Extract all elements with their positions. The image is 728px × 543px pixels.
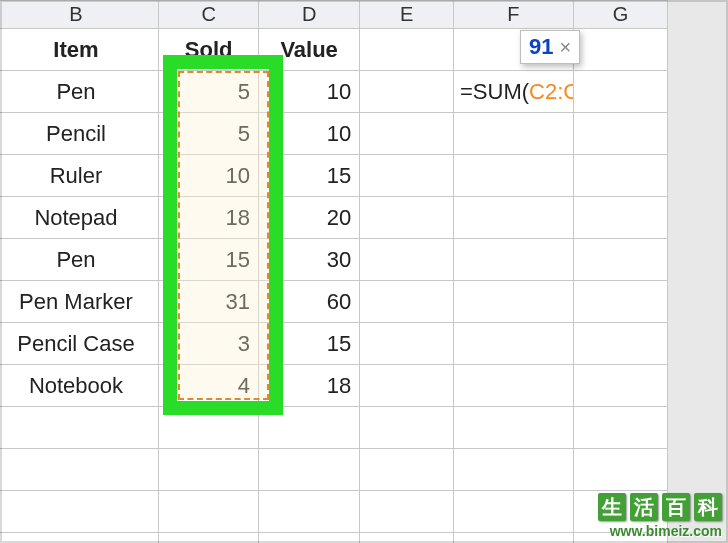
cell-C3[interactable]: 5	[159, 113, 259, 155]
cell-F5[interactable]	[453, 197, 573, 239]
cell-B12[interactable]	[0, 491, 159, 533]
cell-D9[interactable]: 18	[259, 365, 360, 407]
cell-B10[interactable]	[0, 407, 159, 449]
cell-F9[interactable]	[453, 365, 573, 407]
cell-G11[interactable]	[573, 449, 667, 491]
formula-edit-box[interactable]: =SUM(C2:C9	[453, 71, 573, 113]
cell-F11[interactable]	[453, 449, 573, 491]
col-header-B[interactable]: B	[0, 1, 159, 29]
formula-prefix: =SUM(	[460, 79, 529, 105]
formula-result-tooltip: 91 ×	[520, 30, 580, 64]
cell-C1[interactable]: Sold	[159, 29, 259, 71]
cell-E3[interactable]	[360, 113, 454, 155]
tooltip-value: 91	[529, 34, 553, 60]
cell-G1[interactable]	[573, 29, 667, 71]
cell-D3[interactable]: 10	[259, 113, 360, 155]
cell-E5[interactable]	[360, 197, 454, 239]
cell-E13[interactable]	[360, 533, 454, 544]
cell-G6[interactable]	[573, 239, 667, 281]
cell-G5[interactable]	[573, 197, 667, 239]
cell-C2[interactable]: 5	[159, 71, 259, 113]
cell-B3[interactable]: Pencil	[0, 113, 159, 155]
col-header-F[interactable]: F	[453, 1, 573, 29]
cell-B6[interactable]: Pen	[0, 239, 159, 281]
cell-E12[interactable]	[360, 491, 454, 533]
cell-C11[interactable]	[159, 449, 259, 491]
cell-F2[interactable]: =SUM(C2:C9	[453, 71, 573, 113]
cell-B5[interactable]: Notepad	[0, 197, 159, 239]
cell-F3[interactable]	[453, 113, 573, 155]
spreadsheet-grid[interactable]: B C D E F G Item Sold Value Pen 5 10 =SU…	[0, 0, 668, 543]
cell-B13[interactable]	[0, 533, 159, 544]
cell-D13[interactable]	[259, 533, 360, 544]
cell-D10[interactable]	[259, 407, 360, 449]
cell-E6[interactable]	[360, 239, 454, 281]
col-header-G[interactable]: G	[573, 1, 667, 29]
cell-E11[interactable]	[360, 449, 454, 491]
cell-G2[interactable]	[573, 71, 667, 113]
cell-B8[interactable]: Pencil Case	[0, 323, 159, 365]
cell-C8[interactable]: 3	[159, 323, 259, 365]
cell-G8[interactable]	[573, 323, 667, 365]
cell-E8[interactable]	[360, 323, 454, 365]
formula-reference: C2:C9	[529, 79, 573, 105]
cell-F10[interactable]	[453, 407, 573, 449]
cell-G4[interactable]	[573, 155, 667, 197]
cell-G12[interactable]	[573, 491, 667, 533]
cell-B11[interactable]	[0, 449, 159, 491]
cell-D11[interactable]	[259, 449, 360, 491]
cell-F13[interactable]	[453, 533, 573, 544]
cell-B7[interactable]: Pen Marker	[0, 281, 159, 323]
cell-E1[interactable]	[360, 29, 454, 71]
cell-G10[interactable]	[573, 407, 667, 449]
cell-D6[interactable]: 30	[259, 239, 360, 281]
cell-C5[interactable]: 18	[159, 197, 259, 239]
cell-C9[interactable]: 4	[159, 365, 259, 407]
cell-F7[interactable]	[453, 281, 573, 323]
cell-B9[interactable]: Notebook	[0, 365, 159, 407]
col-header-D[interactable]: D	[259, 1, 360, 29]
col-header-C[interactable]: C	[159, 1, 259, 29]
cell-E9[interactable]	[360, 365, 454, 407]
watermark-char-4: 科	[694, 493, 722, 521]
cell-G3[interactable]	[573, 113, 667, 155]
cell-C6[interactable]: 15	[159, 239, 259, 281]
cell-E10[interactable]	[360, 407, 454, 449]
cell-D12[interactable]	[259, 491, 360, 533]
cell-G9[interactable]	[573, 365, 667, 407]
cell-C10[interactable]	[159, 407, 259, 449]
cell-B1[interactable]: Item	[0, 29, 159, 71]
cell-G7[interactable]	[573, 281, 667, 323]
cell-E2[interactable]	[360, 71, 454, 113]
cell-D1[interactable]: Value	[259, 29, 360, 71]
cell-B4[interactable]: Ruler	[0, 155, 159, 197]
cell-C7[interactable]: 31	[159, 281, 259, 323]
cell-E4[interactable]	[360, 155, 454, 197]
cell-B2[interactable]: Pen	[0, 71, 159, 113]
cell-G13[interactable]	[573, 533, 667, 544]
cell-E7[interactable]	[360, 281, 454, 323]
cell-D7[interactable]: 60	[259, 281, 360, 323]
cell-F8[interactable]	[453, 323, 573, 365]
tooltip-close-icon[interactable]: ×	[559, 36, 571, 59]
col-header-E[interactable]: E	[360, 1, 454, 29]
cell-F12[interactable]	[453, 491, 573, 533]
cell-C4[interactable]: 10	[159, 155, 259, 197]
cell-F6[interactable]	[453, 239, 573, 281]
cell-F4[interactable]	[453, 155, 573, 197]
cell-C12[interactable]	[159, 491, 259, 533]
cell-D8[interactable]: 15	[259, 323, 360, 365]
cell-D4[interactable]: 15	[259, 155, 360, 197]
cell-D2[interactable]: 10	[259, 71, 360, 113]
cell-C13[interactable]	[159, 533, 259, 544]
cell-D5[interactable]: 20	[259, 197, 360, 239]
